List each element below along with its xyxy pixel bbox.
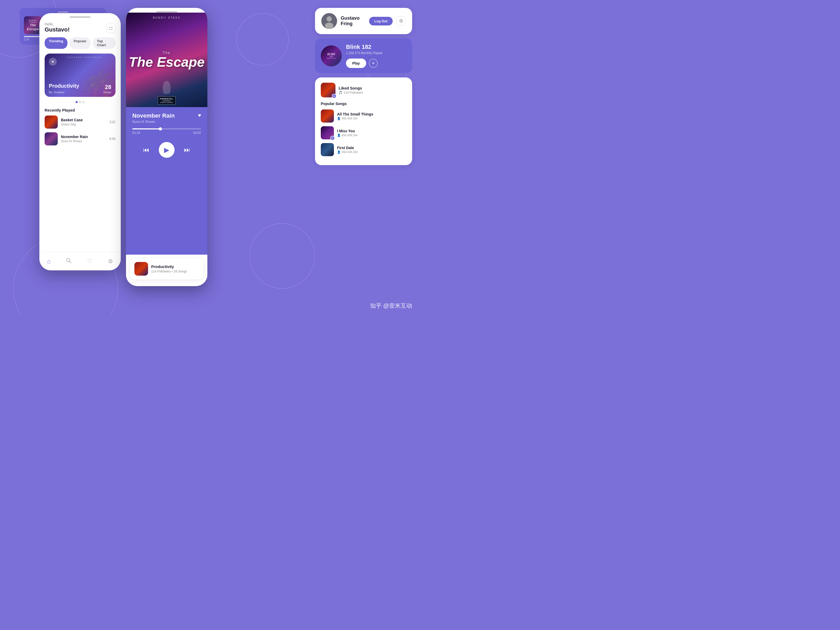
track-thumb-basket bbox=[45, 115, 58, 129]
popular-plays-2: 👤 450.438.334 bbox=[337, 150, 406, 154]
mini-album-art: BUNDII STAXX TheEscape bbox=[24, 16, 42, 34]
dot-inactive-1[interactable] bbox=[79, 101, 81, 103]
greeting-large: Gustavo! bbox=[45, 26, 69, 33]
popular-plays-0: 👤 450.438.334 bbox=[337, 117, 406, 120]
artist-monthly: 1.258.273 Monthly Played bbox=[346, 51, 406, 55]
svg-point-3 bbox=[111, 29, 112, 30]
recently-played-title: Recently Played bbox=[45, 108, 115, 112]
phone-main: Hello, Gustavo! Trending Popular Top Cha… bbox=[39, 13, 121, 270]
tab-trending[interactable]: Trending bbox=[45, 37, 68, 49]
profile-card: Gustavo Fring Log Out ⚙ bbox=[315, 8, 412, 34]
track-artist-1: Guns N' Roses bbox=[61, 139, 106, 143]
productivity-title: Productivity bbox=[151, 264, 187, 269]
player-song-title: November Rain bbox=[132, 112, 175, 119]
popular-name-2: First Date bbox=[337, 146, 406, 150]
phone-center: BUNDII STAXX The The Escape PARENTAL ADV… bbox=[126, 8, 207, 286]
player-progress[interactable]: 01:24 03:02 bbox=[132, 128, 201, 135]
popular-thumb-1: ♥ bbox=[321, 126, 334, 139]
nav-settings-icon[interactable]: ⚙ bbox=[108, 258, 113, 265]
svg-point-1 bbox=[111, 27, 112, 28]
svg-point-4 bbox=[67, 259, 70, 262]
band-name: BUNDII STAXX bbox=[153, 16, 181, 19]
logout-button[interactable]: Log Out bbox=[369, 17, 393, 25]
liked-songs-followers: 🎵 114 Followers bbox=[339, 91, 406, 95]
featured-songs-count: 28 bbox=[103, 84, 111, 90]
dot-active[interactable] bbox=[76, 101, 78, 103]
mini-time-current: 1:24 bbox=[24, 38, 29, 41]
tab-top-chart[interactable]: Top Chart bbox=[93, 37, 115, 49]
player-controls: ⏮ ▶ ⏭ bbox=[132, 142, 201, 158]
player-time-current: 01:24 bbox=[132, 131, 140, 135]
category-tabs: Trending Popular Top Chart bbox=[45, 37, 115, 49]
track-november-rain[interactable]: November Rain Guns N' Roses 8:56 bbox=[45, 132, 115, 145]
nav-search-icon[interactable] bbox=[66, 258, 72, 265]
svg-point-7 bbox=[327, 16, 332, 22]
productivity-mini-card[interactable]: Productivity 114 Followers • 28 Songs bbox=[130, 258, 203, 279]
nav-home-icon[interactable]: ⌂ bbox=[47, 258, 51, 265]
track-name-0: Basket Case bbox=[61, 118, 106, 122]
tab-popular[interactable]: Popular bbox=[69, 37, 90, 49]
featured-by: By. Gustavo bbox=[49, 90, 64, 94]
player-progress-fill bbox=[132, 128, 160, 129]
liked-songs-thumb: ♥ bbox=[321, 83, 335, 97]
popular-songs-title: Popular Songs bbox=[321, 102, 406, 106]
artist-name: Blink 182 bbox=[346, 44, 406, 51]
greeting-small: Hello, bbox=[45, 22, 69, 26]
productivity-meta: 114 Followers • 28 Songs bbox=[151, 270, 187, 273]
popular-item-2[interactable]: First Date 👤 450.438.334 bbox=[321, 143, 406, 156]
artist-play-button[interactable]: Play bbox=[346, 58, 366, 68]
popular-name-1: I Miss You bbox=[337, 129, 406, 133]
album-title: The The Escape bbox=[129, 51, 204, 68]
dot-inactive-2[interactable] bbox=[82, 101, 85, 103]
profile-name: Gustavo Fring bbox=[341, 16, 365, 27]
player-section: November Rain Guns N' Roses ♥ 01:24 03:0… bbox=[126, 107, 207, 255]
nav-heart-icon[interactable]: ♡ bbox=[87, 258, 92, 265]
popular-item-1[interactable]: ♥ I Miss You 👤 450.438.334 bbox=[321, 126, 406, 139]
track-thumb-november bbox=[45, 132, 58, 145]
rewind-button[interactable]: ⏮ bbox=[143, 146, 149, 153]
popular-plays-1: 👤 450.438.334 bbox=[337, 134, 406, 137]
svg-point-8 bbox=[325, 22, 333, 29]
right-panel: Gustavo Fring Log Out ⚙ BLINK 182 FIRST … bbox=[315, 8, 412, 165]
liked-songs-title: Liked Songs bbox=[339, 86, 406, 90]
track-name-1: November Rain bbox=[61, 135, 106, 139]
player-time-total: 03:02 bbox=[193, 131, 201, 135]
track-basket-case[interactable]: Basket Case Green Day 3:02 bbox=[45, 115, 115, 129]
popular-name-0: All The Small Things bbox=[337, 112, 406, 116]
popular-thumb-0 bbox=[321, 109, 334, 123]
fast-forward-button[interactable]: ⏭ bbox=[184, 146, 190, 153]
more-dots-button[interactable] bbox=[106, 24, 115, 33]
track-artist-0: Green Day bbox=[61, 123, 106, 126]
album-cover: BUNDII STAXX The The Escape PARENTAL ADV… bbox=[126, 13, 207, 107]
featured-title: Productivity bbox=[49, 83, 79, 89]
artist-add-button[interactable]: + bbox=[369, 59, 378, 68]
settings-button[interactable]: ⚙ bbox=[396, 16, 406, 26]
liked-songs-item[interactable]: ♥ Liked Songs 🎵 114 Followers bbox=[321, 83, 406, 97]
featured-songs-label: Songs bbox=[103, 90, 111, 94]
svg-point-2 bbox=[109, 29, 110, 30]
liked-songs-badge: ♥ bbox=[332, 94, 336, 98]
track-duration-1: 8:56 bbox=[109, 137, 115, 141]
popular-thumb-2 bbox=[321, 143, 334, 156]
svg-line-5 bbox=[69, 261, 71, 263]
track-duration-0: 3:02 bbox=[109, 120, 115, 124]
player-song-artist: Guns N' Roses bbox=[132, 120, 175, 124]
play-pause-button[interactable]: ▶ bbox=[159, 142, 175, 158]
library-card: ♥ Liked Songs 🎵 114 Followers Popular So… bbox=[315, 77, 412, 165]
profile-avatar bbox=[321, 13, 337, 29]
watermark: 知乎 @壹米互动 bbox=[370, 302, 412, 310]
player-heart-button[interactable]: ♥ bbox=[198, 112, 201, 118]
mini-player-notch bbox=[58, 11, 68, 13]
productivity-mini-section: Productivity 114 Followers • 28 Songs bbox=[126, 255, 207, 283]
featured-card[interactable]: 🌴 🌴 DEEYARA PRESENTE ♥ Productivity By. … bbox=[45, 54, 115, 97]
parental-advisory: PARENTAL ADVISORY EXPLICIT CONTENT bbox=[158, 96, 175, 104]
artist-album-art: BLINK 182 FIRST DATE bbox=[321, 46, 342, 66]
bottom-navigation: ⌂ ♡ ⚙ bbox=[39, 252, 121, 270]
artist-card: BLINK 182 FIRST DATE Blink 182 1.258.273… bbox=[315, 38, 412, 73]
popular-item-0[interactable]: All The Small Things 👤 450.438.334 bbox=[321, 109, 406, 123]
player-progress-dot bbox=[159, 127, 162, 131]
carousel-dots bbox=[45, 101, 115, 103]
svg-point-0 bbox=[109, 27, 110, 28]
productivity-thumb bbox=[134, 262, 148, 276]
